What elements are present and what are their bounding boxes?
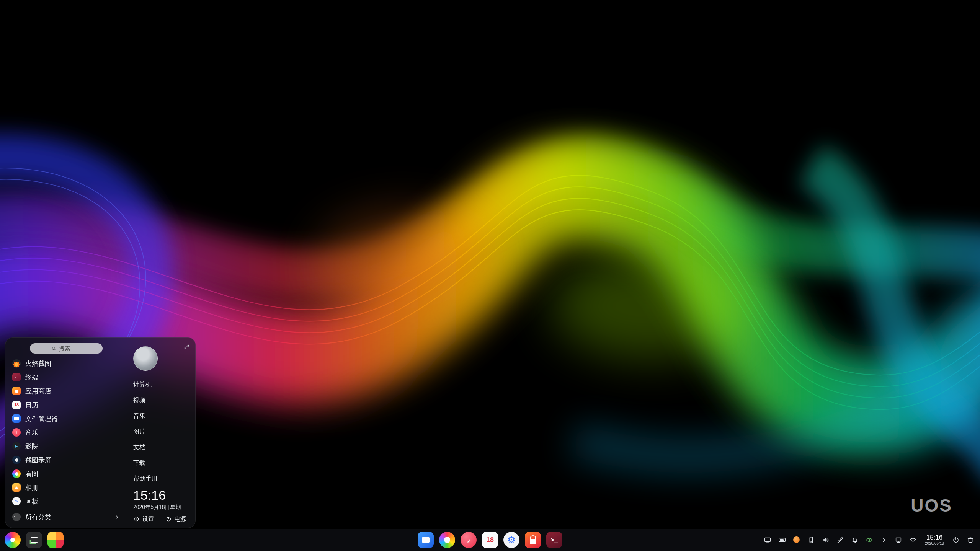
app-label: 应用商店 [25,387,51,396]
app-label: 影院 [25,442,38,451]
calendar-icon: 18 [12,401,21,409]
dock-control-center-icon[interactable] [503,532,519,548]
stylus-icon[interactable] [835,535,845,545]
search-area [5,338,127,357]
launcher-time: 15:16 [133,488,191,502]
album-icon [12,483,21,492]
all-categories-label: 所有分类 [25,513,51,522]
app-label: 画板 [25,497,38,506]
search-box[interactable] [30,343,103,354]
dock-left-group [5,532,64,548]
place-videos[interactable]: 视频 [133,393,191,408]
app-label: 音乐 [25,428,38,437]
app-label: 日历 [25,401,38,409]
user-avatar[interactable] [133,346,158,371]
eye-protection-icon[interactable] [864,535,874,545]
flame-screenshot-icon [12,359,21,368]
launcher-app-album[interactable]: 相册 [5,481,127,494]
movie-icon [12,442,21,450]
dock-music-icon[interactable] [461,532,477,548]
app-label: 文件管理器 [25,414,58,423]
power-button[interactable]: 电源 [165,515,186,523]
launcher-app-calendar[interactable]: 18 日历 [5,398,127,412]
tray-time: 15:16 [925,534,944,541]
chevron-right-icon [114,514,120,520]
launcher-app-file-manager[interactable]: 文件管理器 [5,412,127,425]
place-downloads[interactable]: 下载 [133,455,191,471]
settings-label: 设置 [142,515,154,523]
app-label: 看图 [25,469,38,478]
launcher-app-music[interactable]: 音乐 [5,425,127,439]
notification-icon[interactable] [850,535,860,545]
dock-file-manager-icon[interactable] [418,532,434,548]
dock-terminal-icon[interactable] [546,532,562,548]
dock-calendar-icon[interactable]: 18 [482,532,498,548]
apps-grid-icon[interactable] [47,532,64,548]
uos-watermark: UOS [911,495,952,516]
launcher-app-terminal[interactable]: 终端 [5,370,127,384]
dock-tray: 15:16 2020/05/18 [763,534,975,546]
network-icon[interactable] [908,535,918,545]
all-categories-button[interactable]: 所有分类 [5,509,127,525]
assistant-dot [793,536,800,543]
launcher-app-flame-screenshot[interactable]: 火焰截图 [5,357,127,370]
launcher-app-image-viewer[interactable]: 看图 [5,467,127,481]
tray-clock[interactable]: 15:16 2020/05/18 [925,534,944,546]
volume-icon[interactable] [821,535,831,545]
expand-icon [183,344,190,350]
dock-pinned-apps: 18 [418,532,562,548]
launcher-footer-buttons: 设置 电源 [133,515,191,523]
file-manager-icon [12,414,21,423]
app-label: 终端 [25,373,38,382]
launcher-app-list: 火焰截图 终端 应用商店 18 日历 文件管理器 音乐 影院 截图录屏 [5,338,127,528]
power-icon [165,516,172,522]
app-label: 火焰截图 [25,359,51,368]
place-help-manual[interactable]: 帮助手册 [133,471,191,487]
shutdown-icon[interactable] [951,535,961,545]
virtual-keyboard-icon[interactable] [777,535,787,545]
launcher-fullscreen-toggle[interactable] [182,342,191,351]
trash-icon[interactable] [965,535,975,545]
multitask-view-icon[interactable] [26,532,42,548]
mobile-device-icon[interactable] [806,535,816,545]
launcher-app-draw[interactable]: 画板 [5,494,127,508]
place-documents[interactable]: 文档 [133,440,191,455]
search-icon [51,346,57,352]
app-label: 相册 [25,483,38,492]
launcher-side-panel: 计算机 视频 音乐 图片 文档 下载 帮助手册 15:16 2020年5月18日… [127,338,195,528]
image-viewer-icon [12,469,21,478]
settings-button[interactable]: 设置 [133,515,154,523]
gear-icon [133,516,140,522]
dock-calendar-day: 18 [486,536,494,544]
assistant-icon[interactable] [792,535,802,545]
music-icon [12,428,21,437]
place-music[interactable]: 音乐 [133,408,191,424]
terminal-icon [12,373,21,381]
launcher-app-movies[interactable]: 影院 [5,439,127,453]
places-list: 计算机 视频 音乐 图片 文档 下载 帮助手册 [133,377,191,487]
dock-app-store-icon[interactable] [525,532,541,548]
all-categories-icon [12,513,21,521]
power-label: 电源 [175,515,186,523]
app-store-icon [12,387,21,395]
dock: 18 [0,529,980,551]
tray-expand-icon[interactable] [879,535,889,545]
screen-mirror-icon[interactable] [763,535,773,545]
dock-image-viewer-icon[interactable] [439,532,455,548]
launcher-app-app-store[interactable]: 应用商店 [5,384,127,398]
launcher-icon[interactable] [5,532,21,548]
tray-date: 2020/05/18 [925,541,944,546]
place-computer[interactable]: 计算机 [133,377,191,393]
launcher-app-screen-capture[interactable]: 截图录屏 [5,453,127,467]
place-pictures[interactable]: 图片 [133,424,191,440]
display-icon[interactable] [893,535,903,545]
draw-icon [12,497,21,505]
search-input[interactable] [59,345,81,352]
launcher-date: 2020年5月18日星期一 [133,504,191,511]
screen-capture-icon [12,456,21,464]
app-label: 截图录屏 [25,456,51,465]
calendar-day: 18 [14,403,19,407]
launcher-panel: 火焰截图 终端 应用商店 18 日历 文件管理器 音乐 影院 截图录屏 [5,337,196,528]
